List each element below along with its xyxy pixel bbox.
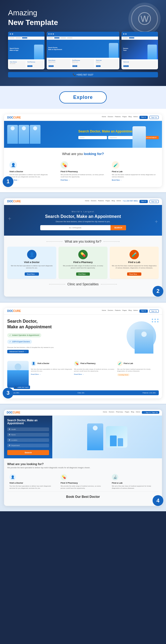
card-link-lab[interactable]: Book Now →: [112, 179, 157, 181]
t2-lab-icon: 🧪: [130, 250, 139, 259]
nav-signup-button[interactable]: Sign Up: [149, 116, 159, 119]
template-4-looking-sub: We provide the best specialist to delive…: [7, 467, 159, 469]
template-1-logo: DOCCURE: [7, 116, 21, 119]
nav-item-patients[interactable]: Patients: [115, 116, 121, 119]
t3-nav-admin[interactable]: Admin: [133, 310, 138, 313]
nav-signin-button[interactable]: Sign In: [139, 116, 148, 119]
form-input-health[interactable]: Health: [7, 427, 49, 431]
t2-signin-button[interactable]: Sign In: [139, 200, 148, 203]
template-4-nav: Home Doctors Pharmacy Pages Blog Admin →…: [103, 411, 159, 414]
nav-item-home[interactable]: Home: [102, 116, 106, 119]
t2-card-text-lab: We use the first-class medical equipment…: [112, 265, 157, 269]
parent-fig: [110, 436, 117, 446]
t2-nav-blog[interactable]: Blog: [112, 200, 115, 203]
template-1-search: Service Department MAKE APPOINTMENT: [78, 136, 159, 139]
t4-nav-pharmacy[interactable]: Pharmacy: [116, 411, 123, 414]
template-4-form-title: Search Doctor, Make an Appointment: [7, 419, 49, 425]
phone-bar: 📞 +000) 567 0107: [8, 72, 158, 77]
hero-previews: Search Doctor,Make an Appt Visit a Docto…: [8, 32, 158, 69]
world-label: World's Largest: [8, 210, 158, 213]
preview-right-content: Find a Lab Book Now: [121, 59, 158, 69]
preview-card-small: Search Doctor,Make an Appt Visit a Docto…: [8, 32, 45, 69]
preview-main-hero: Search Doctor,Make an Appointment: [47, 40, 120, 58]
t2-nav-admin[interactable]: Admin: [116, 200, 121, 203]
dotted-line-clinic-left: [49, 284, 65, 285]
template-2-nav: Home Doctors Patients Pages Blog Admin +…: [85, 200, 159, 203]
t4-signin-button[interactable]: → Sign In / Sign Up: [142, 411, 159, 414]
preview-doctor-figure: [34, 45, 43, 59]
template-3-navbar: DOCCURE Home Doctors Patients Pages Blog…: [4, 308, 162, 315]
template-4-looking-title: What are you looking for?: [7, 462, 159, 466]
nav-item-pages[interactable]: Pages: [122, 116, 127, 119]
form-input-department[interactable]: Department: [7, 444, 49, 447]
check-icon-2: ✓: [9, 341, 11, 343]
t3-signup-button[interactable]: Sign Up: [149, 310, 159, 313]
t2-nav-home[interactable]: Home: [85, 200, 89, 203]
t3-feature-btn-doctor[interactable]: Read More →: [31, 373, 41, 375]
t2-signup-button[interactable]: Sign Up: [149, 200, 159, 203]
t2-card-btn-doctor[interactable]: Read Now →: [25, 272, 39, 276]
template-4-section: DOCCURE Home Doctors Pharmacy Pages Blog…: [0, 404, 166, 512]
t3-nav-patients[interactable]: Patients: [115, 310, 121, 313]
template-2-section-title: What are you looking for?: [7, 240, 159, 243]
hero-section: Amazing New Template ⓦ Search Doctor,Mak…: [0, 0, 166, 86]
t2-card-pharmacy: 💊 Find a Pharmacy We provide the wide ra…: [58, 247, 108, 279]
t2-search-button[interactable]: SEARCH: [110, 225, 126, 230]
explore-button[interactable]: Explore: [59, 91, 107, 103]
t3-coming-soon: Coming Soon: [117, 373, 130, 376]
t4-nav-pages[interactable]: Pages: [125, 411, 129, 414]
dotted-line-left: [46, 241, 62, 242]
template-3-features-row: 📞 +000) 567 0107 👤 Visit a Doctor We hir…: [7, 361, 159, 388]
t2-card-btn-lab[interactable]: Read Now →: [127, 272, 141, 276]
service-input[interactable]: Service: [78, 136, 107, 139]
t3-nav-home[interactable]: Home: [102, 310, 106, 313]
t4-card-title-pharmacy: Find 3 Pharmacy: [61, 482, 105, 484]
nav-item-admin[interactable]: Admin: [133, 116, 138, 119]
template-2-logo: DOCCURE: [7, 200, 21, 203]
t2-card-btn-pharmacy[interactable]: Find Now →: [76, 272, 90, 276]
template-1-hero-title: Search Doctor, Make an Appointment: [78, 129, 159, 134]
t2-phone: +11 234 567 8901: [123, 200, 138, 203]
t4-nav-home[interactable]: Home: [103, 411, 107, 414]
card-link-doctor[interactable]: Book Now →: [9, 179, 54, 181]
explore-section: Explore: [0, 86, 166, 109]
t2-pharmacy-icon: 💊: [78, 250, 88, 259]
nav-item-doctors[interactable]: Doctors: [108, 116, 113, 119]
form-input-name[interactable]: Name: [7, 433, 49, 437]
t2-nav-patients[interactable]: Patients: [98, 200, 104, 203]
template-2-section: DOCCURE Home Doctors Patients Pages Blog…: [0, 192, 166, 302]
t3-feature-pharmacy: 💊 Find a Pharmacy We provide the wide ra…: [74, 361, 116, 376]
template-3-hero-image: [124, 319, 159, 354]
preview-hero: Search Doctor,Make an Appt: [8, 40, 45, 59]
t4-nav-admin[interactable]: Admin: [136, 411, 140, 414]
t2-card-doctor: 👤 Visit a Doctor We hire the best specia…: [7, 247, 56, 279]
t4-nav-blog[interactable]: Blog: [131, 411, 134, 414]
t4-nav-doctors[interactable]: Doctors: [109, 411, 115, 414]
t2-nav-pages[interactable]: Pages: [105, 200, 110, 203]
template-2-hero-title: Search Doctor, Make an Appointment: [8, 214, 158, 219]
template-3-nav: Home Doctors Patients Pages Blog Admin S…: [102, 310, 159, 313]
template-3-search-tag[interactable]: Advanced Search →: [7, 350, 29, 353]
template-4-looking-for: What are you looking for? We provide the…: [4, 458, 162, 506]
t3-feature-btn-pharmacy[interactable]: Read More →: [74, 373, 84, 375]
t3-signin-button[interactable]: Sign In: [139, 310, 148, 313]
preview-mini-card: Visit a Doctor Best specialists: [9, 60, 26, 68]
t4-doctor-figure: [87, 423, 103, 450]
t3-nav-blog[interactable]: Blog: [128, 310, 132, 313]
t2-nav-doctors[interactable]: Doctors: [91, 200, 97, 203]
preview-hero-text: Search Doctor,Make an Appt: [10, 48, 19, 51]
stat-clinics: Clinic 32+: [78, 392, 85, 394]
nav-item-blog[interactable]: Blog: [128, 116, 132, 119]
form-input-location[interactable]: Location: [7, 438, 49, 442]
clinic-title: Clinic and Specialities: [10, 282, 156, 286]
preview-right-card: Find a Lab Book Now: [123, 60, 157, 68]
t2-search-input[interactable]: Ex: Orthopedic: [40, 225, 110, 230]
t3-nav-doctors[interactable]: Doctors: [108, 310, 113, 313]
pharmacy-icon: 💊: [61, 161, 68, 169]
card-text-pharmacy: We provide the process of medical servic…: [61, 174, 105, 178]
t3-nav-pages[interactable]: Pages: [122, 310, 127, 313]
template-4-search-button[interactable]: Search: [7, 450, 49, 455]
t2-card-title-doctor: Visit a Doctor: [9, 261, 54, 264]
service-card-doctor: 👤 Visit a Doctor Get the best specialist…: [7, 159, 56, 183]
card-link-pharmacy[interactable]: Find Now →: [61, 179, 105, 181]
